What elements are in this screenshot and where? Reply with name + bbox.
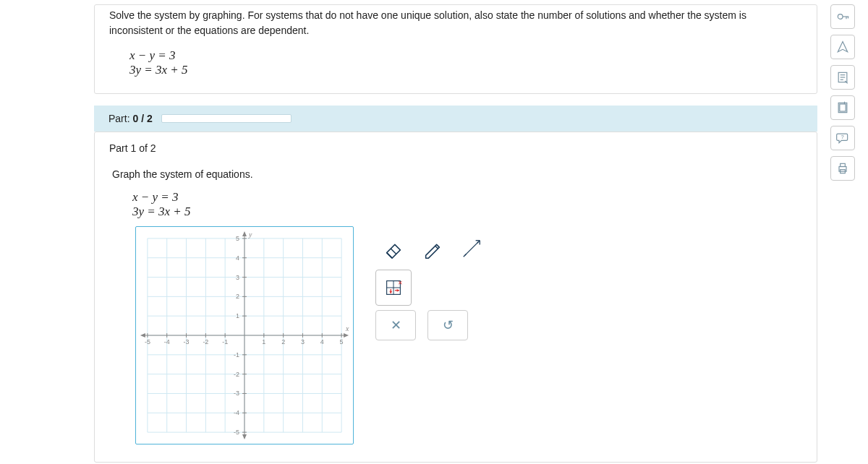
svg-text:1: 1: [236, 312, 239, 319]
print-icon[interactable]: [830, 156, 855, 181]
part-1-equations: x − y = 3 3y = 3x + 5: [132, 190, 802, 219]
svg-marker-80: [389, 291, 392, 294]
book-icon[interactable]: [830, 95, 855, 120]
line-tool[interactable]: [454, 231, 490, 267]
svg-text:-4: -4: [164, 338, 170, 345]
svg-text:-4: -4: [234, 409, 239, 416]
part-1-instruction: Graph the system of equations.: [112, 168, 802, 180]
svg-text:x: x: [345, 325, 349, 332]
svg-rect-97: [841, 163, 846, 166]
compass-icon[interactable]: [830, 35, 855, 59]
svg-point-83: [838, 14, 843, 20]
svg-text:2: 2: [236, 293, 239, 300]
svg-text:-5: -5: [145, 338, 150, 345]
key-icon[interactable]: [830, 4, 855, 29]
part1-eq1: x − y = 3: [132, 190, 802, 205]
svg-text:-1: -1: [234, 351, 239, 358]
svg-text:✕: ✕: [398, 280, 403, 286]
svg-text:4: 4: [320, 338, 324, 345]
equation-1: x − y = 3: [129, 48, 802, 63]
svg-text:5: 5: [340, 338, 344, 345]
eraser-tool[interactable]: [375, 231, 412, 267]
part1-eq2: 3y = 3x + 5: [132, 205, 802, 219]
pencil-tool[interactable]: [414, 231, 451, 267]
part-1-card: Part 1 of 2 Graph the system of equation…: [94, 132, 817, 463]
svg-text:5: 5: [236, 235, 239, 242]
svg-marker-26: [242, 231, 247, 236]
svg-text:?: ?: [841, 134, 844, 140]
svg-marker-82: [397, 289, 400, 292]
svg-text:-3: -3: [234, 390, 239, 397]
svg-text:y: y: [248, 231, 252, 239]
svg-text:-1: -1: [222, 338, 228, 345]
svg-text:-3: -3: [184, 338, 190, 345]
svg-marker-25: [140, 333, 145, 338]
progress-track: [161, 114, 292, 123]
svg-line-71: [464, 254, 467, 257]
svg-text:3: 3: [301, 338, 305, 345]
progress-bar-section: Part: 0 / 2: [94, 106, 817, 132]
notes-icon[interactable]: [830, 65, 855, 90]
svg-text:-5: -5: [234, 429, 239, 436]
equation-2: 3y = 3x + 5: [129, 63, 802, 77]
tool-palette: ✕: [375, 231, 490, 306]
svg-marker-27: [242, 434, 247, 439]
part-1-header: Part 1 of 2: [109, 142, 802, 154]
svg-marker-87: [838, 42, 847, 52]
svg-marker-24: [344, 333, 349, 338]
svg-text:3: 3: [236, 274, 239, 281]
no-solution-tool[interactable]: ✕: [375, 270, 412, 306]
svg-text:2: 2: [281, 338, 285, 345]
right-toolbar: ?: [830, 4, 862, 181]
svg-text:4: 4: [236, 254, 239, 262]
svg-text:-2: -2: [234, 371, 239, 378]
chat-icon[interactable]: ?: [830, 126, 855, 150]
question-card: Solve the system by graphing. For system…: [94, 4, 817, 94]
svg-rect-93: [840, 104, 846, 111]
graph-canvas[interactable]: -5-4-3-2-112345-5-4-3-2-112345xy: [135, 226, 354, 444]
svg-text:1: 1: [262, 338, 265, 345]
progress-label: Part: 0 / 2: [109, 113, 153, 124]
equation-block: x − y = 3 3y = 3x + 5: [129, 48, 802, 77]
svg-text:-2: -2: [203, 338, 208, 345]
question-instructions: Solve the system by graphing. For system…: [109, 8, 802, 38]
undo-button[interactable]: ↺: [427, 310, 468, 340]
clear-button[interactable]: ✕: [375, 310, 416, 340]
svg-line-70: [465, 242, 479, 256]
